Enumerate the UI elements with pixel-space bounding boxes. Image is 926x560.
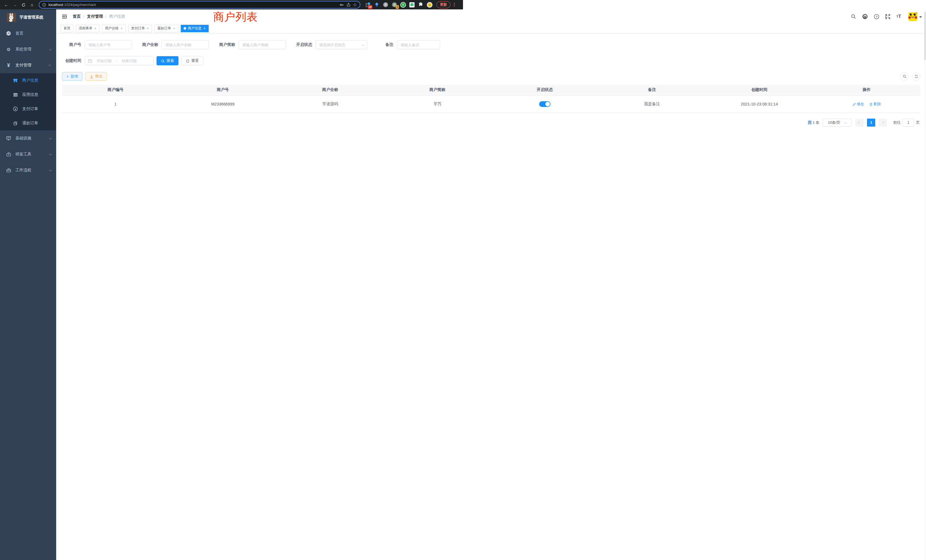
table-header-row: 商户编号 商户号 商户全称 商户简称 开启状态 备注 创建时间 操作 [62,85,463,95]
yen-circle-icon: ¥ [12,106,18,112]
date-separator: - [116,59,117,63]
col-merchant-no: 商户号 [169,85,276,95]
extension-chat-icon[interactable] [409,2,415,8]
sidebar-item-devtools[interactable]: 研发工具 [0,146,56,162]
search-button[interactable]: 搜索 [156,56,179,65]
add-button[interactable]: + 新增 [62,72,82,81]
extension-proxy-icon[interactable]: 1 [392,2,397,8]
filter-label: 开启状态 [293,42,312,47]
merchant-shortname-input[interactable] [239,40,286,49]
browser-profile-avatar[interactable] [427,2,433,8]
app-logo-row[interactable]: 芋道管理系统 [0,9,56,26]
browser-reload-icon[interactable] [20,2,27,8]
tab-pay-order[interactable]: 支付订单× [128,25,152,32]
sidebar-collapse-icon[interactable] [60,14,69,19]
sidebar-item-merchant-info[interactable]: 商户信息 [0,73,56,88]
tab-process-form[interactable]: 流程表单× [76,25,100,32]
start-date-input[interactable] [94,59,114,63]
merchant-no-input[interactable] [85,40,132,49]
browser-toolbar: ← → ⌂ localhost:1024/pay/merchant ☆ 10 ⌘… [0,0,463,9]
close-icon[interactable]: × [173,27,176,30]
status-select[interactable] [316,40,367,49]
pay-submenu: 商户信息 应用信息 ¥ 支付订单 退款订单 [0,73,56,130]
breadcrumb: 首页 / 支付管理 / 商户信息 [73,14,125,19]
sidebar-item-app-info[interactable]: 应用信息 [0,88,56,102]
breadcrumb-current: 商户信息 [109,14,125,19]
browser-menu-icon[interactable] [454,3,455,6]
tab-merchant-info[interactable]: 商户信息× [181,25,209,32]
svg-text:⌘: ⌘ [384,3,387,6]
extension-yudao-icon[interactable]: Y [400,2,406,8]
extensions-puzzle-icon[interactable] [418,2,424,8]
reset-button[interactable]: 重置 [181,56,203,65]
sidebar: 芋道管理系统 首页 ⚙ 系统管理 ¥ 支付管理 商户信息 应用信息 [0,9,56,280]
close-icon[interactable]: × [203,27,206,30]
cell-merchant-id: 1 [62,95,169,113]
top-navbar: 首页 / 支付管理 / 商户信息 ? TT [56,9,463,24]
extension-pin-icon[interactable]: 10 [365,2,371,8]
sidebar-item-home[interactable]: 首页 [0,26,56,41]
browser-back-icon[interactable]: ← [3,2,10,7]
download-icon [90,74,93,79]
search-icon [161,59,165,63]
gear-icon: ⚙ [6,47,11,52]
url-text[interactable]: localhost:1024/pay/merchant [48,3,337,7]
extension-badge: 1 [396,5,399,9]
col-short-name: 商户简称 [384,85,463,95]
browser-forward-icon[interactable]: → [11,2,18,7]
sidebar-item-system[interactable]: ⚙ 系统管理 [0,41,56,57]
tab-refund-order[interactable]: 退款订单× [154,25,178,32]
extension-gem-icon[interactable] [374,2,380,8]
app-logo [7,13,16,22]
grid-icon [12,92,18,97]
page-content: 商户号 商户全称 商户简称 开启状态 备注 创建时间 [56,33,463,127]
browser-extensions: 10 ⌘ 1 Y [365,2,433,8]
merchant-table: 商户编号 商户号 商户全称 商户简称 开启状态 备注 创建时间 操作 1 M23… [62,85,463,113]
browser-home-icon[interactable]: ⌂ [29,2,35,7]
plus-icon: + [67,74,69,79]
chrome-update-button[interactable]: 更新 [436,1,451,8]
app-title: 芋道管理系统 [20,15,43,20]
refresh-icon [186,59,189,63]
address-bar[interactable]: localhost:1024/pay/merchant ☆ [39,1,360,9]
calendar-icon [88,58,92,63]
briefcase-icon [6,168,11,173]
close-icon[interactable]: × [120,27,123,30]
col-full-name: 商户全称 [277,85,384,95]
yudao-letter: Y [402,3,404,6]
pagination: 共 1 条 10条/页 1 前往 页 [62,119,463,127]
password-key-icon[interactable] [340,3,344,7]
table-toolbar: + 新增 导出 [62,72,463,81]
sidebar-item-pay-order[interactable]: ¥ 支付订单 [0,102,56,116]
dashboard-icon [6,31,11,36]
breadcrumb-separator: / [83,14,85,19]
bookmark-star-icon[interactable]: ☆ [353,2,357,8]
extension-command-icon[interactable]: ⌘ [383,2,388,8]
sidebar-item-infra[interactable]: 基础设施 [0,130,56,146]
extension-badge: 10 [368,5,372,9]
tab-home[interactable]: 首页 [61,25,73,32]
close-icon[interactable]: × [147,27,149,30]
sidebar-item-workflow[interactable]: 工作流程 [0,162,56,178]
sidebar-item-refund-order[interactable]: 退款订单 [0,116,56,130]
close-icon[interactable]: × [94,27,97,30]
tab-user-group[interactable]: 用户分组× [102,25,126,32]
filter-label: 商户全称 [139,42,158,47]
breadcrumb-pay[interactable]: 支付管理 [87,14,103,19]
merchant-fullname-input[interactable] [162,40,209,49]
breadcrumb-home[interactable]: 首页 [73,14,81,19]
filter-label: 商户简称 [216,42,235,47]
share-icon[interactable] [346,3,351,7]
sidebar-item-pay[interactable]: ¥ 支付管理 [0,57,56,73]
main-area: 首页 / 支付管理 / 商户信息 ? TT [56,9,463,280]
chevron-down-icon [49,153,52,155]
table-row: 1 M233666999 芋道源码 芋艿 我是备注 2021-10-23 08:… [62,95,463,113]
end-date-input[interactable] [119,59,139,63]
create-time-range-picker[interactable]: - [85,56,154,65]
remark-input[interactable] [397,40,440,49]
document-icon [12,121,18,126]
chevron-up-icon [48,64,51,67]
export-button[interactable]: 导出 [85,72,107,81]
site-info-icon[interactable] [42,3,46,7]
filter-row-1: 商户号 商户全称 商户简称 开启状态 备注 [62,40,463,49]
